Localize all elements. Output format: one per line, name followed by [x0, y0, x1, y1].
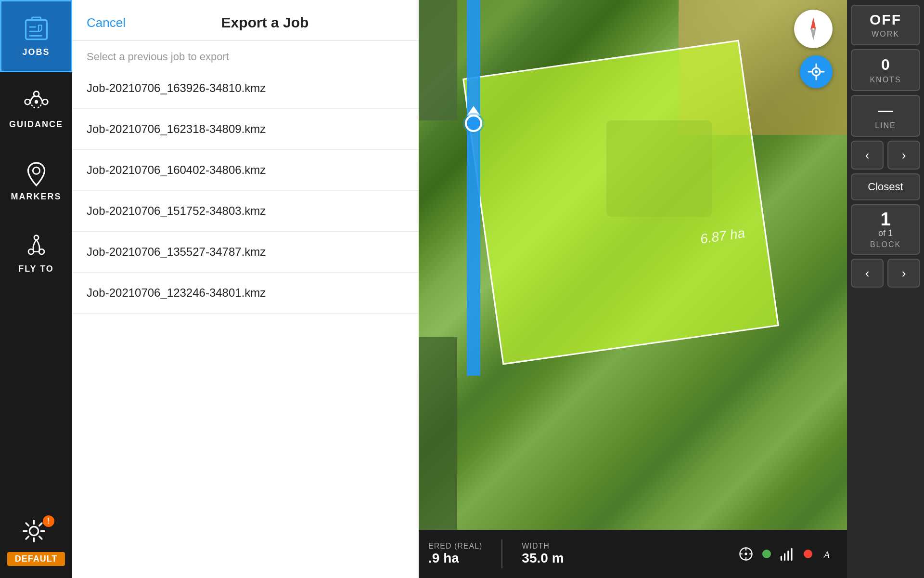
compass — [794, 10, 833, 48]
block-label: BLOCK — [870, 240, 901, 249]
sidebar-markers-label: MARKERS — [11, 192, 61, 202]
stat-divider — [501, 539, 502, 568]
line-symbol: — — [878, 102, 893, 119]
block-of-total: of 1 — [878, 228, 893, 238]
export-subtitle: Select a previous job to export — [72, 41, 419, 68]
svg-marker-11 — [810, 28, 816, 40]
sidebar-jobs-label: JOBS — [22, 47, 50, 57]
default-label: DEFAULT — [7, 552, 65, 566]
block-number: 1 — [880, 210, 890, 228]
export-title: Export a Job — [126, 14, 404, 31]
width-value: 35.0 m — [522, 551, 564, 566]
covered-stat: ERED (REAL) .9 ha — [428, 542, 482, 566]
drone-marker — [456, 106, 491, 141]
job-item-1[interactable]: Job-20210706_162318-34809.kmz — [72, 109, 419, 150]
closest-button[interactable]: Closest — [851, 173, 920, 200]
line-next-button[interactable]: › — [887, 141, 920, 170]
sidebar-item-guidance[interactable]: GUIDANCE — [0, 72, 72, 144]
sidebar-item-markers[interactable]: MARKERS — [0, 144, 72, 217]
job-item-2[interactable]: Job-20210706_160402-34806.kmz — [72, 150, 419, 191]
crosshair-icon — [737, 545, 755, 563]
svg-point-9 — [29, 526, 38, 535]
field-patch-dark — [419, 337, 457, 530]
sidebar-item-flyto[interactable]: FLY TO — [0, 217, 72, 289]
job-item-4[interactable]: Job-20210706_135527-34787.kmz — [72, 232, 419, 273]
sidebar-flyto-label: FLY TO — [18, 264, 54, 274]
right-sidebar: OFF WORK 0 KNOTS — LINE ‹ › Closest 1 of… — [847, 0, 924, 578]
svg-point-23 — [744, 552, 747, 555]
map-area[interactable]: 6.87 ha — [419, 0, 847, 578]
settings-badge: ! — [43, 515, 54, 527]
svg-point-5 — [33, 167, 39, 174]
width-stat: WIDTH 35.0 m — [522, 542, 564, 566]
signal-icon — [779, 545, 796, 563]
knots-value: 0 — [881, 56, 890, 74]
covered-label: ERED (REAL) — [428, 542, 482, 551]
line-display: — LINE — [851, 95, 920, 137]
sidebar-guidance-label: GUIDANCE — [9, 119, 63, 130]
line-prev-button[interactable]: ‹ — [851, 141, 884, 170]
svg-point-4 — [34, 100, 38, 104]
jobs-icon — [22, 15, 51, 44]
work-button[interactable]: OFF WORK — [851, 5, 920, 45]
svg-marker-10 — [810, 17, 816, 30]
flyto-icon — [22, 232, 51, 261]
width-label: WIDTH — [522, 542, 564, 551]
left-sidebar: JOBS GUIDANCE MARKERS — [0, 0, 72, 578]
svg-point-8 — [34, 236, 38, 240]
map-bottom-bar: ERED (REAL) .9 ha WIDTH 35.0 m — [419, 530, 847, 578]
work-value: OFF — [870, 12, 901, 28]
signal-status-dot — [804, 550, 812, 558]
block-display: 1 of 1 BLOCK — [851, 204, 920, 255]
guidance-icon — [22, 88, 51, 117]
markers-icon — [22, 160, 51, 189]
field-patch-green — [419, 0, 457, 120]
job-item-0[interactable]: Job-20210706_163926-34810.kmz — [72, 68, 419, 109]
svg-point-2 — [42, 99, 48, 105]
cancel-button[interactable]: Cancel — [87, 15, 126, 30]
export-panel: Cancel Export a Job Select a previous jo… — [72, 0, 419, 578]
sidebar-item-default[interactable]: ! DEFAULT — [0, 506, 72, 578]
sidebar-item-jobs[interactable]: JOBS — [0, 0, 72, 72]
map-background: 6.87 ha — [419, 0, 847, 578]
field-area-label: 6.87 ha — [699, 225, 746, 247]
covered-value: .9 ha — [428, 551, 482, 566]
svg-point-17 — [815, 70, 818, 73]
status-icons: A — [737, 545, 837, 563]
drone-dot — [465, 115, 482, 132]
line-nav-row: ‹ › — [851, 141, 920, 170]
svg-point-1 — [25, 99, 30, 105]
export-header: Cancel Export a Job — [72, 0, 419, 41]
block-nav-row: ‹ › — [851, 259, 920, 288]
text-icon: A — [820, 545, 837, 563]
job-list: Job-20210706_163926-34810.kmz Job-202107… — [72, 68, 419, 578]
job-item-5[interactable]: Job-20210706_123246-34801.kmz — [72, 273, 419, 314]
settings-icon-wrap: ! — [21, 518, 52, 549]
flight-path — [467, 0, 480, 376]
work-label: WORK — [872, 30, 899, 39]
svg-text:A: A — [822, 549, 830, 561]
gps-status-dot — [762, 550, 771, 558]
drone-arrow — [467, 106, 480, 116]
knots-display: 0 KNOTS — [851, 49, 920, 91]
block-next-button[interactable]: › — [887, 259, 920, 288]
line-label: LINE — [875, 121, 896, 130]
location-button[interactable] — [800, 55, 833, 88]
knots-label: KNOTS — [870, 76, 901, 84]
block-prev-button[interactable]: ‹ — [851, 259, 884, 288]
job-item-3[interactable]: Job-20210706_151752-34803.kmz — [72, 191, 419, 232]
field-highlight: 6.87 ha — [462, 40, 779, 365]
